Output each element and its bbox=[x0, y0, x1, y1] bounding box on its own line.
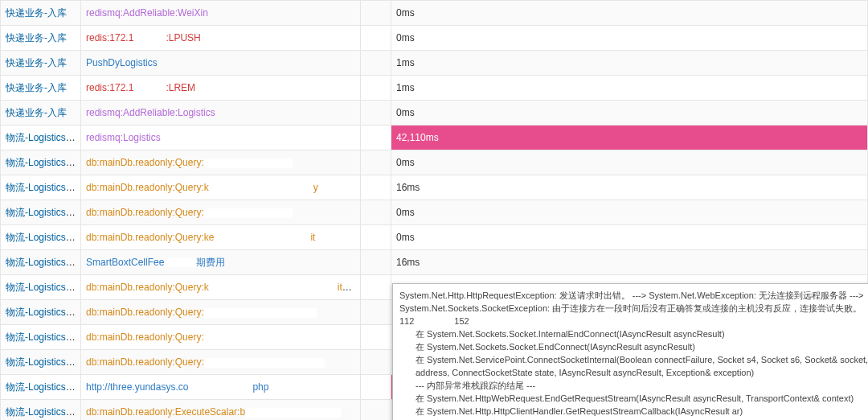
table-row: 快递业务-入库redismq:AddReliable:Logistics0ms bbox=[1, 101, 868, 126]
table-row: 物流-LogisticsTaskdb:mainDb.readonly:Query… bbox=[1, 225, 868, 250]
table-row: 物流-LogisticsTaskdb:mainDb.readonly:Query… bbox=[1, 175, 868, 200]
table-row: 物流-LogisticsTaskdb:mainDb.readonly:Query… bbox=[1, 200, 868, 225]
duration-cell: 0ms bbox=[391, 101, 868, 126]
duration-cell: 1ms bbox=[391, 51, 868, 76]
operation-link[interactable]: db:mainDb.readonly:Query: bbox=[86, 331, 317, 343]
spacer-cell bbox=[361, 101, 391, 126]
operation-link[interactable]: redis:172.1:LREM bbox=[86, 82, 195, 93]
category-link[interactable]: 物流-LogisticsTask bbox=[6, 207, 81, 218]
redaction bbox=[204, 333, 317, 343]
spacer-cell bbox=[361, 200, 391, 225]
redaction bbox=[204, 358, 325, 368]
err-line: --- 内部异常堆栈跟踪的结尾 --- bbox=[399, 379, 868, 392]
redaction bbox=[204, 159, 293, 168]
operation-text: redismq:AddReliable:WeiXin bbox=[86, 7, 208, 19]
duration-cell: 1ms bbox=[391, 76, 868, 101]
duration-cell: 0ms bbox=[391, 1, 868, 26]
redaction bbox=[133, 84, 166, 93]
operation-link[interactable]: db:mainDb.readonly:Query:kite_… bbox=[86, 282, 361, 293]
table-row: 快递业务-入库redismq:AddReliable:WeiXin0ms bbox=[1, 1, 868, 26]
operation-text: db:mainDb.readonly:Query:ke bbox=[86, 232, 214, 243]
spacer-cell bbox=[361, 250, 391, 275]
category-link[interactable]: 物流-LogisticsTask bbox=[6, 132, 81, 143]
operation-text-suffix: :LPUSH bbox=[166, 32, 200, 43]
operation-text: db:mainDb.readonly:ExecuteScalar:b bbox=[86, 406, 245, 418]
operation-link[interactable]: SmartBoxtCellFee期费用 bbox=[86, 257, 225, 268]
operation-text: db:mainDb.readonly:Query: bbox=[86, 157, 204, 168]
operation-text: redismq:AddReliable:Logistics bbox=[86, 107, 215, 118]
operation-text: redis:172.1 bbox=[86, 82, 133, 93]
spacer-cell bbox=[361, 76, 391, 101]
spacer-cell bbox=[361, 1, 391, 26]
operation-text: db:mainDb.readonly:Query: bbox=[86, 331, 204, 343]
redaction bbox=[245, 408, 342, 418]
err-line: 在 System.Net.ServicePoint.ConnectSocketI… bbox=[399, 353, 868, 379]
spacer-cell bbox=[361, 350, 391, 375]
err-line: 在 System.Net.Sockets.Socket.InternalEndC… bbox=[399, 327, 868, 340]
spacer-cell bbox=[361, 150, 391, 175]
operation-link[interactable]: db:mainDb.readonly:ExecuteScalar:b bbox=[86, 406, 342, 418]
category-link[interactable]: 快递业务-入库 bbox=[6, 32, 67, 43]
spacer-cell bbox=[361, 225, 391, 250]
operation-text-suffix: 期费用 bbox=[196, 257, 225, 268]
operation-text: db:mainDb.readonly:Query:k bbox=[86, 182, 209, 193]
operation-link[interactable]: redismq:AddReliable:Logistics bbox=[86, 107, 215, 118]
category-link[interactable]: 物流-LogisticsTask bbox=[6, 331, 81, 343]
redaction bbox=[188, 383, 252, 393]
category-link[interactable]: 快递业务-入库 bbox=[6, 7, 67, 19]
redaction bbox=[133, 34, 166, 43]
spacer-cell bbox=[361, 300, 391, 325]
category-link[interactable]: 物流-LogisticsTask bbox=[6, 307, 81, 318]
err-line: 152 bbox=[454, 316, 469, 326]
table-row: 物流-LogisticsTaskredismq:Logistics42,110m… bbox=[1, 126, 868, 150]
operation-text: redis:172.1 bbox=[86, 32, 133, 43]
category-link[interactable]: 物流-LogisticsTask bbox=[6, 406, 81, 418]
category-link[interactable]: 快递业务-入库 bbox=[6, 57, 67, 68]
operation-link[interactable]: db:mainDb.readonly:Query: bbox=[86, 157, 293, 168]
category-link[interactable]: 物流-LogisticsTask bbox=[6, 381, 81, 393]
operation-link[interactable]: db:mainDb.readonly:Query:ky bbox=[86, 182, 318, 193]
operation-link[interactable]: redismq:Logistics bbox=[86, 132, 161, 143]
duration-cell: 42,110ms bbox=[391, 126, 868, 150]
err-line: 在 System.Net.HttpWebRequest.EndGetReques… bbox=[399, 392, 868, 405]
table-row: 物流-LogisticsTaskSmartBoxtCellFee期费用16ms bbox=[1, 250, 868, 275]
operation-text-suffix: it bbox=[310, 232, 315, 243]
operation-link[interactable]: db:mainDb.readonly:Query: bbox=[86, 307, 317, 318]
category-link[interactable]: 物流-LogisticsTask bbox=[6, 356, 81, 368]
table-row: 快递业务-入库redis:172.1:LREM1ms bbox=[1, 76, 868, 101]
operation-link[interactable]: db:mainDb.readonly:Query: bbox=[86, 207, 293, 218]
err-line: 112 bbox=[399, 316, 414, 326]
category-link[interactable]: 快递业务-入库 bbox=[6, 107, 67, 118]
duration-cell: 0ms bbox=[391, 26, 868, 51]
operation-link[interactable]: db:mainDb.readonly:Query:keit bbox=[86, 232, 315, 243]
err-line: 在 System.Net.Sockets.Socket.EndConnect(I… bbox=[399, 340, 868, 353]
operation-link[interactable]: db:mainDb.readonly:Query: bbox=[86, 356, 325, 368]
operation-text: PushDyLogistics bbox=[86, 57, 158, 68]
redaction bbox=[209, 283, 338, 293]
spacer-cell bbox=[361, 275, 391, 300]
table-row: 快递业务-入库redis:172.1:LPUSH0ms bbox=[1, 26, 868, 51]
operation-text-suffix: y bbox=[313, 182, 318, 193]
duration-cell: 0ms bbox=[391, 200, 868, 225]
spacer-cell bbox=[361, 126, 391, 150]
duration-cell: 16ms bbox=[391, 250, 868, 275]
category-link[interactable]: 物流-LogisticsTask bbox=[6, 232, 81, 243]
redaction bbox=[204, 308, 317, 318]
spacer-cell bbox=[361, 26, 391, 51]
category-link[interactable]: 快递业务-入库 bbox=[6, 82, 67, 93]
operation-link[interactable]: PushDyLogistics bbox=[86, 57, 158, 68]
operation-link[interactable]: redismq:AddReliable:WeiXin bbox=[86, 7, 208, 19]
duration-cell: 0ms bbox=[391, 225, 868, 250]
category-link[interactable]: 物流-LogisticsTask bbox=[6, 257, 81, 268]
operation-text: db:mainDb.readonly:Query:k bbox=[86, 282, 209, 293]
operation-text: SmartBoxtCellFee bbox=[86, 257, 164, 268]
table-row: 快递业务-入库PushDyLogistics1ms bbox=[1, 51, 868, 76]
err-line: 在 System.Net.Http.HttpClientHandler.GetR… bbox=[399, 405, 868, 418]
category-link[interactable]: 物流-LogisticsTask bbox=[6, 282, 81, 293]
category-link[interactable]: 物流-LogisticsTask bbox=[6, 157, 81, 168]
spacer-cell bbox=[361, 400, 391, 421]
category-link[interactable]: 物流-LogisticsTask bbox=[6, 182, 81, 193]
operation-link[interactable]: redis:172.1:LPUSH bbox=[86, 32, 201, 43]
operation-link[interactable]: http://three.yundasys.cophp bbox=[86, 381, 268, 393]
redaction bbox=[209, 183, 313, 193]
